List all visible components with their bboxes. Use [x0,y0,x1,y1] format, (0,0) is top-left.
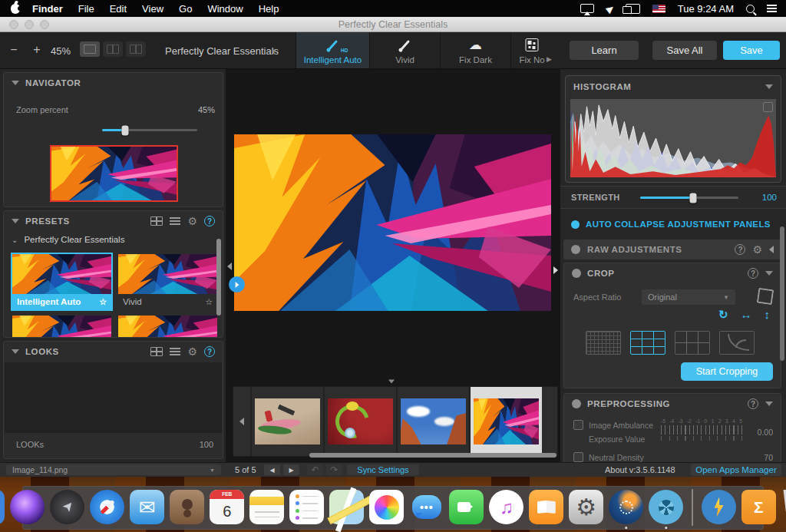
help-icon[interactable]: ? [204,216,215,226]
menu-view[interactable]: View [134,3,171,15]
sigma-folder-dock-icon[interactable]: Σ [741,490,776,524]
collapse-left-panel-arrow[interactable] [227,263,232,270]
itunes-dock-icon[interactable]: ♫ [489,490,523,524]
preset-thumb-partial[interactable] [118,316,217,338]
before-after-handle[interactable] [229,276,245,292]
next-image-button[interactable]: ▶ [283,464,299,475]
open-apps-manager-button[interactable]: Open Apps Manager [691,464,781,476]
presets-header[interactable]: PRESETS ⚙ ? [4,211,223,231]
flip-horizontal-icon[interactable]: ↔ [741,308,752,322]
filmstrip-prev-arrow[interactable] [233,387,250,456]
navigator-thumbnail[interactable] [50,145,178,202]
contacts-dock-icon[interactable] [170,490,204,524]
more-presets-arrow[interactable]: ▶ [547,55,552,63]
preprocessing-header[interactable]: PREPROCESSING ? [564,394,781,414]
learn-button[interactable]: Learn [570,41,639,60]
calendar-dock-icon[interactable]: FEB6 [210,490,244,524]
menu-help[interactable]: Help [251,3,287,15]
preset-thumb-partial[interactable] [12,316,111,338]
menu-edit[interactable]: Edit [102,3,134,15]
image-ambulance-checkbox[interactable] [573,420,583,430]
right-panel-scrollbar[interactable] [780,226,784,361]
notes-dock-icon[interactable] [249,490,284,524]
single-view-button[interactable] [80,41,100,57]
preset-group-dropdown[interactable]: Perfectly Clear Essentials [165,45,279,57]
messages-dock-icon[interactable]: ••• [409,490,444,524]
mail-dock-icon[interactable]: ✉ [130,490,164,524]
menu-clock[interactable]: Tue 9:24 AM [678,3,734,15]
filmstrip-item-4-selected[interactable] [469,387,542,456]
undo-button[interactable]: ↶ [307,464,323,475]
menu-file[interactable]: File [71,3,102,15]
save-all-button[interactable]: Save All [652,41,717,60]
preset-tab-intelligent-auto[interactable]: HD Intelligent Auto [296,32,369,68]
preset-tab-vivid[interactable]: Vivid [369,32,440,68]
zoom-out-button[interactable]: − [6,43,21,57]
strength-slider[interactable] [640,197,738,199]
filmstrip-item-3[interactable] [396,387,469,456]
main-image[interactable] [234,134,551,311]
redo-button[interactable]: ↷ [326,464,342,475]
presets-scrollbar[interactable] [216,239,221,316]
histogram-checkbox[interactable] [763,102,773,112]
notification-center-icon[interactable] [767,5,777,12]
preset-thumb-intelligent-auto[interactable]: Intelligent Auto☆ [12,254,111,309]
menu-app-name[interactable]: Finder [25,3,71,15]
filmstrip-toggle-arrow[interactable] [388,380,395,384]
siri-dock-icon[interactable] [10,490,45,524]
looks-header[interactable]: LOOKS ⚙ ? [4,342,223,362]
help-icon[interactable]: ? [735,244,745,255]
help-icon[interactable]: ? [748,398,758,409]
crop-grid-golden-spiral-button[interactable] [719,331,755,355]
start-cropping-button[interactable]: Start Cropping [681,362,773,381]
filmstrip-scrollbar[interactable] [309,453,556,458]
file-selector[interactable]: Image_114.png▼ [6,464,221,475]
zoom-percent-slider[interactable] [102,129,197,131]
list-view-icon[interactable] [170,217,180,225]
launchpad-dock-icon[interactable] [50,490,84,524]
raw-adjustments-header[interactable]: RAW ADJUSTMENTS ? ⚙ [563,240,781,259]
preset-thumb-vivid[interactable]: Vivid☆ [118,254,217,309]
help-icon[interactable]: ? [204,346,215,357]
maps-dock-icon[interactable] [329,490,364,524]
system-preferences-dock-icon[interactable]: ⚙ [569,490,603,524]
crop-grid-fine-button[interactable] [586,331,621,355]
safari-dock-icon[interactable] [90,490,124,524]
aperture-app-dock-icon[interactable] [649,490,683,524]
location-arrow-icon[interactable]: ▶ [604,2,616,14]
gear-icon[interactable]: ⚙ [187,216,197,226]
facetime-dock-icon[interactable] [449,490,484,524]
apple-menu-icon[interactable] [11,4,20,14]
favorite-star-icon[interactable]: ☆ [205,297,213,307]
neutral-density-checkbox[interactable] [573,452,583,462]
us-flag-input-icon[interactable] [652,5,665,13]
rotate-icon[interactable]: ↻ [718,308,728,322]
navigator-header[interactable]: NAVIGATOR [4,73,223,93]
photos-dock-icon[interactable] [369,490,404,524]
grid-view-icon[interactable] [150,216,163,226]
favorite-star-icon[interactable]: ☆ [99,297,107,307]
reminders-dock-icon[interactable] [289,490,324,524]
split-view-button[interactable] [103,41,123,57]
flip-vertical-icon[interactable]: ↕ [765,308,771,322]
side-by-side-view-button[interactable] [126,41,146,57]
list-view-icon[interactable] [170,348,180,355]
save-button[interactable]: Save [723,41,780,60]
aspect-ratio-select[interactable]: Original▼ [642,289,735,305]
preset-group-row[interactable]: ⌄ Perfectly Clear Essentials [4,231,223,248]
histogram-header[interactable]: HISTOGRAM [566,76,781,97]
crop-grid-quad-button[interactable] [675,331,710,355]
filmstrip-item-1[interactable] [250,387,323,456]
crop-header[interactable]: CROP ? [564,263,781,283]
crop-rotate-icon[interactable] [757,288,774,306]
preset-tab-fix-dark[interactable]: ☁ Fix Dark [440,32,510,68]
displays-icon[interactable] [626,4,640,14]
airplay-icon[interactable] [580,4,594,13]
auto-collapse-toggle[interactable]: AUTO COLLAPSE ADJUSTMENT PANELS [571,220,771,229]
perfectly-clear-dock-icon[interactable] [609,490,643,524]
help-icon[interactable]: ? [748,268,758,279]
zoom-in-button[interactable]: + [29,43,45,57]
filmstrip-item-2[interactable] [323,387,396,456]
gear-icon[interactable]: ⚙ [187,346,197,357]
archive-utility-dock-icon[interactable] [702,490,736,524]
